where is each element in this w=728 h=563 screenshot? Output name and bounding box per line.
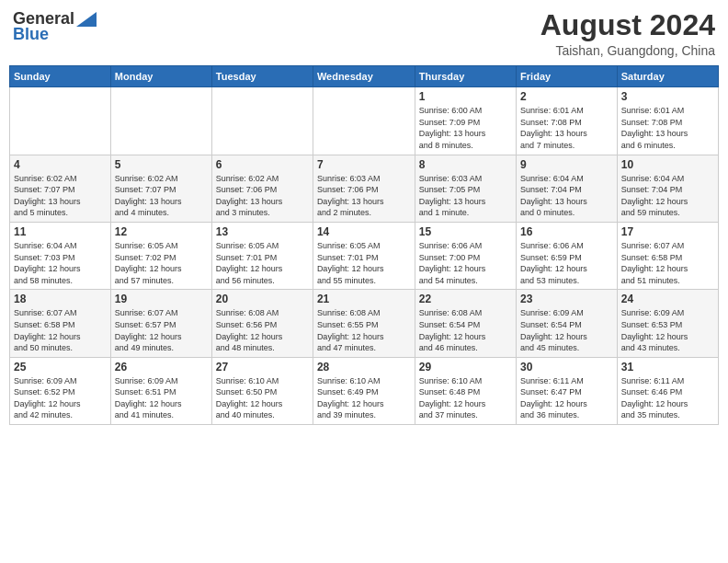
day-number: 23 [520, 293, 613, 305]
calendar-cell: 7Sunrise: 6:03 AMSunset: 7:06 PMDaylight… [313, 155, 415, 222]
day-number: 8 [419, 158, 512, 171]
day-number: 7 [317, 158, 411, 171]
day-info: Sunrise: 6:02 AMSunset: 7:06 PMDaylight:… [216, 173, 309, 219]
calendar-table: SundayMondayTuesdayWednesdayThursdayFrid… [9, 65, 719, 425]
calendar-cell: 8Sunrise: 6:03 AMSunset: 7:05 PMDaylight… [415, 155, 516, 222]
day-info: Sunrise: 6:09 AMSunset: 6:54 PMDaylight:… [520, 307, 613, 353]
day-info: Sunrise: 6:05 AMSunset: 7:01 PMDaylight:… [317, 240, 411, 286]
logo-icon [76, 12, 97, 27]
calendar-cell: 19Sunrise: 6:07 AMSunset: 6:57 PMDayligh… [110, 290, 211, 357]
day-info: Sunrise: 6:04 AMSunset: 7:03 PMDaylight:… [14, 240, 107, 286]
location-text: Taishan, Guangdong, China [540, 43, 715, 58]
day-number: 5 [115, 158, 208, 171]
day-number: 13 [216, 225, 309, 238]
calendar-cell [10, 87, 111, 155]
day-number: 14 [317, 225, 411, 238]
page-header: General Blue August 2024 Taishan, Guangd… [9, 9, 719, 58]
day-info: Sunrise: 6:04 AMSunset: 7:04 PMDaylight:… [621, 173, 714, 219]
day-info: Sunrise: 6:03 AMSunset: 7:05 PMDaylight:… [419, 173, 512, 219]
calendar-week-row: 18Sunrise: 6:07 AMSunset: 6:58 PMDayligh… [10, 290, 719, 357]
day-info: Sunrise: 6:06 AMSunset: 6:59 PMDaylight:… [520, 240, 613, 286]
weekday-header-sunday: Sunday [10, 66, 111, 87]
calendar-cell: 1Sunrise: 6:00 AMSunset: 7:09 PMDaylight… [415, 87, 516, 155]
day-number: 9 [520, 158, 613, 171]
day-info: Sunrise: 6:03 AMSunset: 7:06 PMDaylight:… [317, 173, 411, 219]
day-number: 11 [14, 225, 107, 238]
day-info: Sunrise: 6:05 AMSunset: 7:01 PMDaylight:… [216, 240, 309, 286]
calendar-cell: 18Sunrise: 6:07 AMSunset: 6:58 PMDayligh… [10, 290, 111, 357]
day-info: Sunrise: 6:01 AMSunset: 7:08 PMDaylight:… [621, 105, 714, 151]
day-number: 6 [216, 158, 309, 171]
calendar-cell [313, 87, 415, 155]
weekday-header-tuesday: Tuesday [211, 66, 313, 87]
day-number: 30 [520, 361, 613, 373]
day-info: Sunrise: 6:07 AMSunset: 6:58 PMDaylight:… [621, 240, 714, 286]
day-number: 17 [621, 225, 714, 238]
calendar-cell: 23Sunrise: 6:09 AMSunset: 6:54 PMDayligh… [517, 290, 618, 357]
calendar-cell: 20Sunrise: 6:08 AMSunset: 6:56 PMDayligh… [211, 290, 313, 357]
calendar-cell: 4Sunrise: 6:02 AMSunset: 7:07 PMDaylight… [10, 155, 111, 222]
day-info: Sunrise: 6:10 AMSunset: 6:50 PMDaylight:… [216, 375, 309, 421]
svg-marker-0 [76, 12, 97, 27]
weekday-header-row: SundayMondayTuesdayWednesdayThursdayFrid… [10, 66, 719, 87]
calendar-week-row: 1Sunrise: 6:00 AMSunset: 7:09 PMDaylight… [10, 87, 719, 155]
calendar-cell: 31Sunrise: 6:11 AMSunset: 6:46 PMDayligh… [617, 357, 718, 424]
day-number: 1 [419, 90, 512, 103]
day-info: Sunrise: 6:08 AMSunset: 6:56 PMDaylight:… [216, 307, 309, 353]
day-info: Sunrise: 6:04 AMSunset: 7:04 PMDaylight:… [520, 173, 613, 219]
day-number: 12 [115, 225, 208, 238]
day-info: Sunrise: 6:06 AMSunset: 7:00 PMDaylight:… [419, 240, 512, 286]
day-info: Sunrise: 6:10 AMSunset: 6:48 PMDaylight:… [419, 375, 512, 421]
weekday-header-monday: Monday [110, 66, 211, 87]
calendar-cell: 13Sunrise: 6:05 AMSunset: 7:01 PMDayligh… [211, 222, 313, 289]
calendar-cell: 17Sunrise: 6:07 AMSunset: 6:58 PMDayligh… [617, 222, 718, 289]
day-info: Sunrise: 6:05 AMSunset: 7:02 PMDaylight:… [115, 240, 208, 286]
day-number: 18 [14, 293, 107, 305]
day-info: Sunrise: 6:07 AMSunset: 6:57 PMDaylight:… [115, 307, 208, 353]
calendar-week-row: 25Sunrise: 6:09 AMSunset: 6:52 PMDayligh… [10, 357, 719, 424]
calendar-cell: 10Sunrise: 6:04 AMSunset: 7:04 PMDayligh… [617, 155, 718, 222]
title-area: August 2024 Taishan, Guangdong, China [540, 9, 715, 58]
weekday-header-friday: Friday [517, 66, 618, 87]
day-number: 24 [621, 293, 714, 305]
day-number: 10 [621, 158, 714, 171]
calendar-cell: 9Sunrise: 6:04 AMSunset: 7:04 PMDaylight… [517, 155, 618, 222]
day-number: 15 [419, 225, 512, 238]
calendar-cell [211, 87, 313, 155]
weekday-header-thursday: Thursday [415, 66, 516, 87]
day-number: 4 [14, 158, 107, 171]
calendar-cell: 11Sunrise: 6:04 AMSunset: 7:03 PMDayligh… [10, 222, 111, 289]
calendar-cell: 28Sunrise: 6:10 AMSunset: 6:49 PMDayligh… [313, 357, 415, 424]
day-number: 28 [317, 361, 411, 373]
day-number: 25 [14, 361, 107, 373]
logo-blue-text: Blue [13, 25, 49, 44]
day-info: Sunrise: 6:09 AMSunset: 6:51 PMDaylight:… [115, 375, 208, 421]
day-number: 20 [216, 293, 309, 305]
calendar-cell: 16Sunrise: 6:06 AMSunset: 6:59 PMDayligh… [517, 222, 618, 289]
calendar-cell: 15Sunrise: 6:06 AMSunset: 7:00 PMDayligh… [415, 222, 516, 289]
day-info: Sunrise: 6:02 AMSunset: 7:07 PMDaylight:… [115, 173, 208, 219]
day-info: Sunrise: 6:08 AMSunset: 6:55 PMDaylight:… [317, 307, 411, 353]
calendar-cell [110, 87, 211, 155]
day-number: 29 [419, 361, 512, 373]
weekday-header-wednesday: Wednesday [313, 66, 415, 87]
calendar-cell: 24Sunrise: 6:09 AMSunset: 6:53 PMDayligh… [617, 290, 718, 357]
weekday-header-saturday: Saturday [617, 66, 718, 87]
calendar-cell: 14Sunrise: 6:05 AMSunset: 7:01 PMDayligh… [313, 222, 415, 289]
day-number: 16 [520, 225, 613, 238]
calendar-week-row: 4Sunrise: 6:02 AMSunset: 7:07 PMDaylight… [10, 155, 719, 222]
day-number: 21 [317, 293, 411, 305]
calendar-cell: 6Sunrise: 6:02 AMSunset: 7:06 PMDaylight… [211, 155, 313, 222]
calendar-cell: 22Sunrise: 6:08 AMSunset: 6:54 PMDayligh… [415, 290, 516, 357]
calendar-cell: 30Sunrise: 6:11 AMSunset: 6:47 PMDayligh… [517, 357, 618, 424]
day-number: 3 [621, 90, 714, 103]
calendar-cell: 25Sunrise: 6:09 AMSunset: 6:52 PMDayligh… [10, 357, 111, 424]
calendar-cell: 2Sunrise: 6:01 AMSunset: 7:08 PMDaylight… [517, 87, 618, 155]
day-info: Sunrise: 6:08 AMSunset: 6:54 PMDaylight:… [419, 307, 512, 353]
day-info: Sunrise: 6:11 AMSunset: 6:46 PMDaylight:… [621, 375, 714, 421]
calendar-cell: 27Sunrise: 6:10 AMSunset: 6:50 PMDayligh… [211, 357, 313, 424]
day-info: Sunrise: 6:11 AMSunset: 6:47 PMDaylight:… [520, 375, 613, 421]
day-info: Sunrise: 6:10 AMSunset: 6:49 PMDaylight:… [317, 375, 411, 421]
day-info: Sunrise: 6:09 AMSunset: 6:53 PMDaylight:… [621, 307, 714, 353]
day-number: 27 [216, 361, 309, 373]
